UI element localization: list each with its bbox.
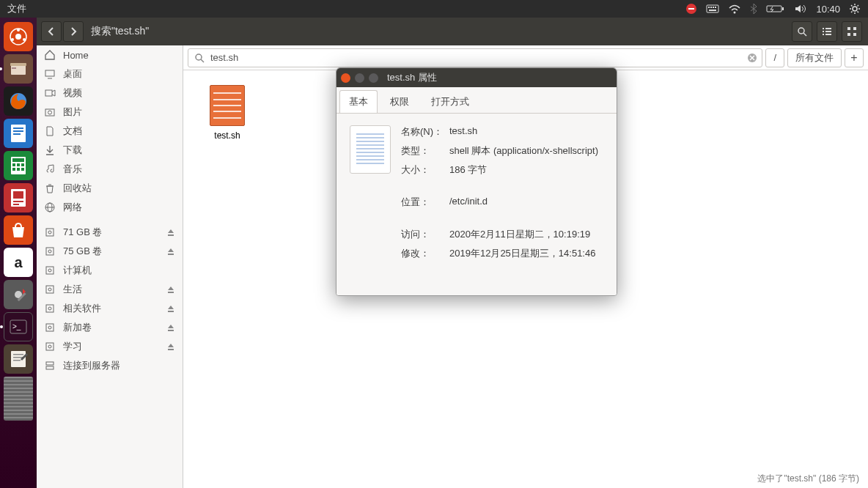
svg-rect-64 xyxy=(853,33,856,36)
file-name: test.sh xyxy=(214,130,240,141)
bluetooth-icon[interactable] xyxy=(750,3,757,15)
close-icon[interactable] xyxy=(341,73,350,83)
disk-icon xyxy=(44,226,56,238)
svg-rect-73 xyxy=(46,229,54,236)
sidebar-item-doc[interactable]: 文档 xyxy=(37,122,183,141)
sidebar-item-network[interactable]: 网络 xyxy=(37,198,183,217)
list-view-button[interactable] xyxy=(817,21,837,42)
sidebar-label: 相关软件 xyxy=(63,302,101,315)
eject-icon[interactable] xyxy=(166,285,175,294)
minimize-icon[interactable] xyxy=(355,73,364,83)
svg-point-69 xyxy=(48,111,52,114)
sidebar-device[interactable]: 71 GB 卷 xyxy=(37,223,183,242)
disk-icon xyxy=(44,303,56,314)
tab-basic[interactable]: 基本 xyxy=(339,90,378,113)
svg-point-11 xyxy=(853,7,857,11)
launcher-editor[interactable] xyxy=(4,344,33,374)
sidebar-device[interactable]: 新加卷 xyxy=(37,318,183,337)
scope-path[interactable]: / xyxy=(765,48,784,67)
clear-search-icon[interactable] xyxy=(747,53,757,63)
svg-rect-42 xyxy=(13,191,23,199)
sidebar-device[interactable]: 连接到服务器 xyxy=(37,356,183,375)
svg-line-17 xyxy=(858,12,859,13)
sidebar-label: 计算机 xyxy=(63,264,92,277)
svg-point-89 xyxy=(196,54,202,60)
menubar: 文件 10:40 xyxy=(0,0,868,18)
file-type-icon[interactable] xyxy=(350,125,391,174)
clock[interactable]: 10:40 xyxy=(816,4,840,15)
eject-icon[interactable] xyxy=(166,247,175,256)
keyboard-icon[interactable] xyxy=(706,4,719,14)
doc-icon xyxy=(44,125,56,137)
svg-rect-81 xyxy=(46,305,54,312)
launcher-amazon[interactable]: a xyxy=(4,248,33,277)
volume-icon[interactable] xyxy=(794,4,807,14)
launcher-stack[interactable] xyxy=(4,377,33,421)
svg-rect-35 xyxy=(12,163,15,166)
maximize-icon[interactable] xyxy=(369,73,378,83)
prop-name-key: 名称(N)： xyxy=(401,125,449,138)
scope-filter[interactable]: 所有文件 xyxy=(787,48,842,67)
sidebar-item-trash[interactable]: 回收站 xyxy=(37,179,183,198)
gear-icon[interactable] xyxy=(849,3,861,15)
svg-line-19 xyxy=(858,5,859,7)
wifi-icon[interactable] xyxy=(728,4,741,14)
dialog-tabs: 基本 权限 打开方式 xyxy=(336,87,617,114)
grid-view-button[interactable] xyxy=(842,21,862,42)
svg-point-84 xyxy=(48,326,51,329)
svg-rect-9 xyxy=(767,6,781,12)
tab-openwith[interactable]: 打开方式 xyxy=(422,90,479,113)
sidebar-device[interactable]: 计算机 xyxy=(37,261,183,280)
tab-permissions[interactable]: 权限 xyxy=(380,90,419,113)
disk-icon xyxy=(44,245,56,257)
sidebar-device[interactable]: 生活 xyxy=(37,280,183,299)
sidebar-device[interactable]: 75 GB 卷 xyxy=(37,242,183,261)
sidebar-item-music[interactable]: 音乐 xyxy=(37,160,183,179)
svg-point-24 xyxy=(23,38,26,41)
svg-rect-61 xyxy=(847,27,850,30)
forward-button[interactable] xyxy=(63,21,84,42)
svg-rect-87 xyxy=(46,362,54,365)
launcher-firefox[interactable] xyxy=(4,86,33,116)
search-button[interactable] xyxy=(792,21,812,42)
file-item[interactable]: test.sh xyxy=(198,85,257,141)
eject-icon[interactable] xyxy=(166,323,175,332)
sidebar-device[interactable]: 相关软件 xyxy=(37,299,183,318)
search-input[interactable]: test.sh xyxy=(188,48,762,67)
sidebar-label: 学习 xyxy=(63,340,82,353)
sidebar-device[interactable]: 学习 xyxy=(37,337,183,356)
svg-point-74 xyxy=(48,231,51,234)
launcher-terminal[interactable]: >_ xyxy=(4,312,33,341)
prop-type-val: shell 脚本 (application/x-shellscript) xyxy=(449,144,603,158)
disk-icon xyxy=(44,322,56,333)
svg-line-54 xyxy=(803,33,806,36)
svg-rect-1 xyxy=(688,8,694,10)
launcher-software[interactable] xyxy=(4,215,33,245)
launcher-impress[interactable] xyxy=(4,183,33,212)
launcher-files[interactable] xyxy=(4,54,33,84)
svg-rect-79 xyxy=(46,286,54,293)
sidebar-item-photo[interactable]: 图片 xyxy=(37,103,183,122)
launcher-dash[interactable] xyxy=(4,22,33,51)
svg-rect-56 xyxy=(825,28,831,29)
launcher-calc[interactable] xyxy=(4,151,33,180)
launcher-settings[interactable] xyxy=(4,280,33,309)
svg-rect-77 xyxy=(46,267,54,274)
back-button[interactable] xyxy=(41,21,62,42)
sidebar-item-home[interactable]: Home xyxy=(37,45,183,64)
dialog-titlebar[interactable]: test.sh 属性 xyxy=(336,68,617,87)
sidebar-item-video[interactable]: 视频 xyxy=(37,84,183,103)
app-title[interactable]: 文件 xyxy=(7,2,26,15)
sidebar-label: 75 GB 卷 xyxy=(63,245,102,258)
prop-name-val[interactable]: test.sh xyxy=(449,125,603,138)
sidebar-item-download[interactable]: 下载 xyxy=(37,141,183,160)
eject-icon[interactable] xyxy=(166,342,175,351)
sidebar-item-desktop[interactable]: 桌面 xyxy=(37,64,183,84)
add-filter-button[interactable]: + xyxy=(845,48,864,67)
error-icon[interactable] xyxy=(685,3,697,15)
eject-icon[interactable] xyxy=(166,304,175,313)
svg-rect-38 xyxy=(12,168,15,171)
eject-icon[interactable] xyxy=(166,228,175,237)
battery-icon[interactable] xyxy=(766,4,785,14)
launcher-writer[interactable] xyxy=(4,119,33,148)
